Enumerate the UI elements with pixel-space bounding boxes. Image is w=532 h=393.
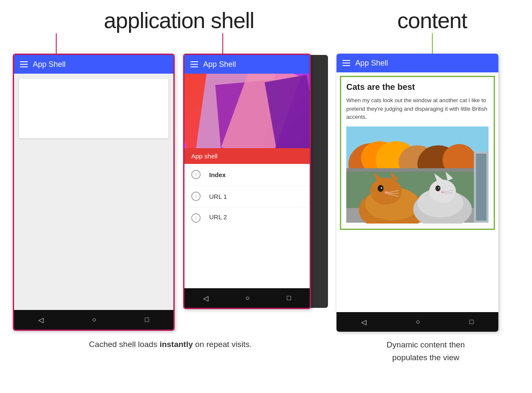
phone2-hero: [184, 74, 310, 148]
phone1-body: [14, 74, 173, 310]
left-caption: Cached shell loads instantly on repeat v…: [89, 338, 252, 364]
svg-point-17: [385, 191, 388, 194]
svg-rect-9: [346, 168, 489, 172]
phone3-bottomnav: ◁ ○ □: [336, 312, 498, 332]
svg-rect-35: [476, 153, 487, 220]
phone1-title: App Shell: [33, 60, 66, 69]
drawer-label-bar: App shell: [184, 148, 310, 164]
content-text: When my cats look out the window at anot…: [346, 96, 489, 121]
svg-point-28: [438, 187, 439, 188]
content-title: Cats are the best: [346, 82, 489, 92]
back-btn[interactable]: ◁: [38, 316, 43, 324]
drawer-shadow-panel: [310, 55, 328, 308]
recent-btn3[interactable]: □: [469, 318, 474, 326]
back-btn2[interactable]: ◁: [203, 294, 208, 302]
drawer-item-url2[interactable]: i URL 2: [184, 207, 310, 288]
connector-line-phone1: [56, 33, 57, 54]
info-icon-index: i: [191, 170, 201, 179]
info-icon-url1: i: [191, 192, 201, 201]
svg-point-13: [370, 178, 402, 204]
app-shell-heading: application shell: [104, 8, 254, 33]
drawer-label-url2: URL 2: [209, 213, 227, 221]
phone2-bottomnav: ◁ ○ □: [184, 288, 310, 308]
home-btn[interactable]: ○: [92, 316, 96, 324]
phone3: App Shell Cats are the best When my cats…: [336, 54, 498, 332]
phone2-title: App Shell: [203, 60, 236, 69]
drawer-label-index: Index: [209, 171, 226, 178]
content-heading: content: [397, 8, 467, 33]
info-icon-url2: i: [191, 213, 201, 223]
hamburger-icon2: [190, 61, 198, 67]
phone1-bottomnav: ◁ ○ □: [14, 310, 173, 330]
drawer-item-url1[interactable]: i URL 1: [184, 186, 310, 207]
svg-point-16: [381, 187, 382, 189]
svg-point-29: [441, 191, 444, 193]
hamburger-icon3: [342, 60, 350, 66]
recent-btn2[interactable]: □: [287, 294, 291, 302]
drawer-item-index[interactable]: i Index: [184, 164, 310, 186]
right-caption: Dynamic content then populates the view: [387, 338, 465, 364]
back-btn3[interactable]: ◁: [361, 318, 366, 326]
phone2-appbar: App Shell: [184, 55, 310, 74]
connector-line-phone3: [432, 33, 433, 54]
cat-image: [346, 126, 489, 224]
hamburger-icon: [20, 61, 28, 67]
drawer-label-url1: URL 1: [209, 193, 227, 200]
home-btn2[interactable]: ○: [245, 294, 250, 302]
phone3-body: Cats are the best When my cats look out …: [336, 76, 498, 312]
phone1-appbar: App Shell: [14, 55, 173, 74]
phone1: App Shell ◁ ○ □: [13, 54, 175, 331]
recent-btn[interactable]: □: [145, 316, 149, 324]
phone3-title: App Shell: [355, 59, 388, 68]
green-content-box: Cats are the best When my cats look out …: [340, 76, 495, 230]
connector-line-phone2: [222, 33, 223, 54]
phone3-appbar: App Shell: [336, 54, 498, 72]
content-placeholder: [19, 79, 168, 138]
home-btn3[interactable]: ○: [416, 318, 420, 326]
phone2: App Shell App shell i Index: [183, 54, 311, 309]
